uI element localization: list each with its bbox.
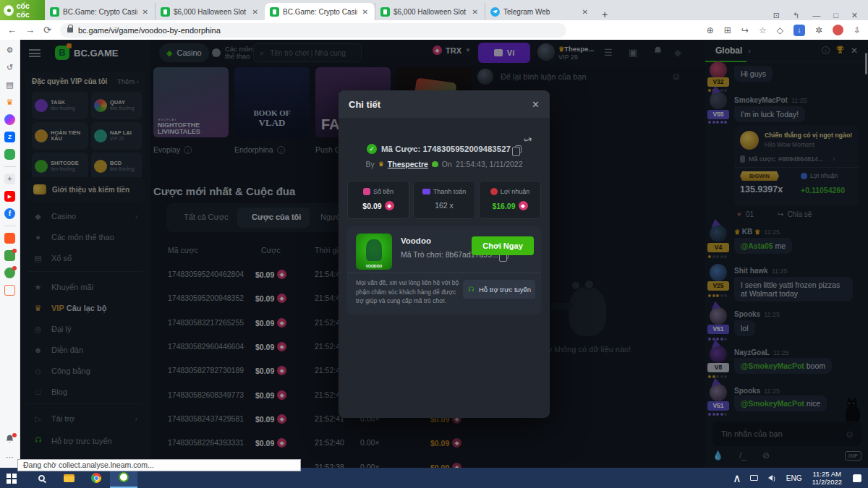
voodoo-thumbnail[interactable]: VOODOO [356, 234, 392, 270]
tab-close-icon[interactable]: ✕ [471, 8, 480, 16]
support-text: Mọi vấn đề, xin vui lòng liên hệ với bộ … [356, 278, 461, 306]
bettor-row: By ♛ Thespectre On 21:54:43, 1/11/2022 [339, 160, 550, 168]
tray-expand-caret[interactable]: ∧ [728, 468, 746, 488]
browser-tab-1[interactable]: BC.Game: Crypto Casino Gam ✕ [45, 3, 155, 20]
amount-icon [363, 188, 370, 195]
gift-icon[interactable] [4, 250, 15, 261]
speaker-icon[interactable]: ) [763, 468, 780, 488]
bookmark-star-icon[interactable]: ☆ [759, 25, 767, 35]
games-icon[interactable] [4, 149, 15, 160]
zalo-icon[interactable]: Z [4, 132, 15, 142]
play-now-button[interactable]: Chơi Ngay [472, 236, 534, 255]
game-name: Voodoo [401, 236, 431, 245]
history-icon[interactable]: ↺ [4, 62, 15, 73]
coccoc-logo-icon [4, 5, 14, 16]
url-text: bc.game/vi/game/voodoo-by-endorphina [78, 26, 221, 35]
game-panel: VOODOO Voodoo Mã Trò chơi: 8b67ad17a99..… [347, 226, 541, 314]
profit-icon [490, 188, 498, 195]
trx-coin-icon [385, 201, 394, 210]
bcgame-favicon [270, 7, 279, 17]
tab-close-icon[interactable]: ✕ [141, 8, 150, 16]
url-box[interactable]: bc.game/vi/game/voodoo-by-endorphina [60, 23, 566, 38]
telegram-favicon [490, 7, 500, 17]
profile-avatar-icon[interactable] [833, 25, 843, 35]
tab-close-icon[interactable]: ✕ [581, 8, 590, 16]
crown-icon: ♛ [378, 160, 384, 168]
browser-tab-2[interactable]: $6,000 Halloween Slot Battle ✕ [155, 3, 265, 20]
bet-datetime: 21:54:43, 1/11/2022 [456, 160, 523, 168]
translate-icon[interactable]: ⊞ [724, 25, 731, 35]
facebook-icon[interactable]: f [4, 208, 15, 219]
tab-close-icon[interactable]: ✕ [251, 8, 260, 16]
modal-close-icon[interactable]: ✕ [532, 99, 540, 110]
cart-icon[interactable] [4, 285, 15, 296]
bcgame-favicon [161, 7, 170, 17]
date: 11/2/2022 [812, 478, 842, 486]
share-icon[interactable]: ↪ [741, 25, 749, 35]
divider [4, 226, 16, 226]
by-label: By [365, 160, 374, 168]
chat-panel: Global › i ✕ V32 Hi guys SmokeyMacPot11:… [705, 40, 868, 468]
wallet-icon [422, 189, 430, 194]
shield-icon[interactable]: ◇ [777, 25, 783, 35]
download-active-icon[interactable]: ↓ [793, 25, 805, 36]
thumb-label: VOODOO [356, 264, 392, 268]
crown-vip-icon[interactable]: ♛ [4, 97, 15, 108]
coccoc-sidebar: ⚙ ↺ ▤ ♛ Z + ▶ f ⋯ [0, 40, 20, 468]
bettor-link[interactable]: Thespectre [388, 160, 428, 168]
coccoc-brand-label: cốc cốc [17, 1, 41, 19]
tab-title: Telegram Web [503, 8, 577, 16]
action-center-icon[interactable] [846, 468, 868, 488]
coccoc-brand[interactable]: cốc cốc [0, 0, 45, 20]
news-feed-icon[interactable]: ▤ [4, 80, 15, 90]
chat-dim-overlay [705, 40, 868, 468]
maximize-button[interactable]: □ [833, 11, 838, 20]
close-button[interactable]: ✕ [851, 11, 858, 20]
divider [347, 273, 541, 273]
bell-icon[interactable] [4, 435, 15, 445]
chat-app-icon[interactable] [4, 267, 15, 278]
support-button[interactable]: Hỗ trợ trực tuyến [463, 280, 535, 299]
bet-detail-modal: Chi tiết ✕ ↪ ✓ Mã Cược: 1748305952009483… [339, 90, 550, 418]
bcgame-favicon [50, 7, 59, 17]
time: 11:25 AM [813, 470, 841, 478]
frog-icon [432, 161, 438, 167]
sidebar-toggle-icon[interactable]: ↰ [793, 11, 799, 20]
extensions-icon[interactable]: ✲ [815, 25, 822, 35]
browser-tab-3-active[interactable]: BC.Game: Crypto Casino Gan ✕ [265, 3, 375, 20]
minimize-button[interactable]: — [812, 11, 820, 20]
settings-gear-icon[interactable]: ⚙ [4, 45, 15, 56]
downloads-tray-icon[interactable]: ⇩ [854, 25, 861, 35]
clock[interactable]: 11:25 AM11/2/2022 [807, 470, 846, 486]
tab-title: $6,000 Halloween Slot Battle [174, 8, 247, 16]
browser-tab-4[interactable]: $6,000 Halloween Slot Battle ✕ [375, 3, 485, 20]
tab-close-icon[interactable]: ✕ [361, 8, 370, 16]
new-tab-button[interactable]: + [595, 9, 615, 20]
youtube-icon[interactable]: ▶ [4, 191, 15, 202]
save-page-icon[interactable]: ⊕ [707, 25, 714, 35]
lock-icon [67, 27, 73, 33]
network-icon[interactable] [746, 468, 763, 488]
more-icon[interactable]: ⋯ [4, 452, 15, 463]
add-shortcut-icon[interactable]: + [4, 174, 15, 184]
back-icon[interactable]: ← [7, 25, 17, 35]
browser-status-text: Đang chờ collect.analyse.lneam.com... [17, 459, 301, 471]
tab-search-icon[interactable]: ⊡ [773, 11, 780, 20]
stat-payout: Thanh toán 162 x [413, 181, 475, 219]
browser-tab-5[interactable]: Telegram Web ✕ [485, 3, 595, 20]
on-label: On [442, 160, 452, 168]
stat-amount: Số tiền $0.09 [347, 181, 409, 219]
forward-icon[interactable]: → [25, 25, 35, 35]
bet-id-value: 1748305952009483527 [422, 145, 511, 153]
tab-title: $6,000 Halloween Slot Battle [393, 8, 467, 16]
bcgame-page: B BC.GAME Đặc quyền VIP của tôi Thêm › T… [20, 40, 705, 468]
address-bar: ← → ⟳ bc.game/vi/game/voodoo-by-endorphi… [0, 20, 868, 40]
reload-icon[interactable]: ⟳ [43, 25, 51, 35]
messenger-icon[interactable] [4, 114, 15, 125]
language-indicator[interactable]: ENG [780, 474, 808, 482]
tab-title: BC.Game: Crypto Casino Gan [283, 8, 357, 16]
modal-title: Chi tiết [349, 99, 380, 110]
trx-coin-icon [519, 201, 528, 210]
sale-1111-icon[interactable] [4, 233, 15, 244]
copy-icon[interactable] [515, 145, 522, 153]
